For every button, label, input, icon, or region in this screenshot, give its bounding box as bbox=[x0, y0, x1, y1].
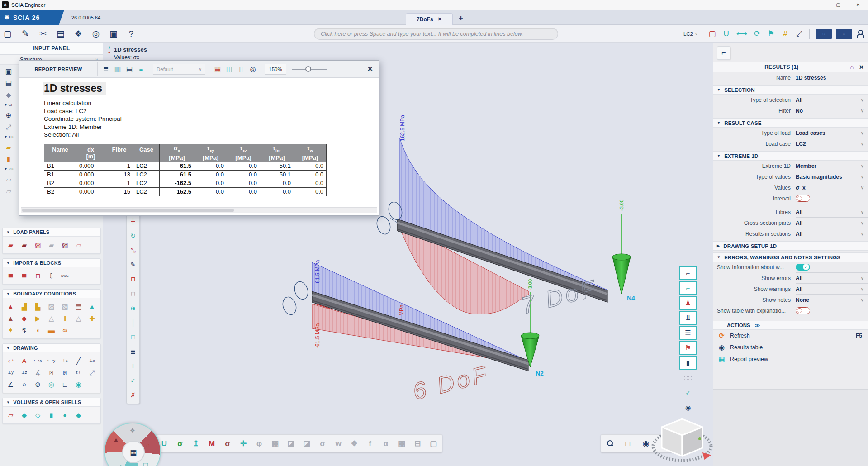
result-beam-section-icon[interactable]: ⌐ bbox=[679, 266, 697, 280]
report-export-icon[interactable]: ≡ bbox=[136, 64, 147, 75]
report-hscrollbar[interactable] bbox=[21, 207, 377, 213]
dim-level-icon[interactable]: z⊤ bbox=[72, 367, 85, 378]
coord-z-icon[interactable]: ⊥z bbox=[18, 367, 30, 378]
property-value[interactable]: No bbox=[796, 108, 861, 114]
grid-dots-icon[interactable]: ∷∷ bbox=[679, 371, 697, 385]
report-close-icon[interactable]: ✕ bbox=[367, 65, 373, 73]
report-page-icon[interactable]: ▯ bbox=[236, 64, 247, 75]
property-value[interactable]: Load cases bbox=[796, 130, 861, 136]
navigation-cube[interactable] bbox=[648, 413, 713, 466]
new-project-icon[interactable]: ▢ bbox=[4, 29, 12, 38]
property-value[interactable]: All bbox=[796, 97, 861, 103]
rotate-member-icon[interactable]: ↻ bbox=[128, 228, 138, 243]
wheel-arch-icon[interactable]: ∩ bbox=[146, 442, 150, 448]
action-report-preview[interactable]: ▦Report preview bbox=[713, 353, 868, 365]
model-cube-icon[interactable]: ❖ bbox=[74, 29, 82, 38]
regenerate-icon[interactable]: ⟳ bbox=[753, 30, 761, 38]
chevron-down-icon[interactable]: ∨ bbox=[861, 163, 864, 168]
view-cube-icon[interactable]: □ bbox=[624, 440, 632, 447]
property-value[interactable]: LC2 bbox=[796, 141, 861, 147]
print-icon[interactable]: ▤ bbox=[57, 29, 65, 38]
panel-close-icon[interactable]: ✕ bbox=[859, 64, 864, 71]
volume-prism-icon[interactable]: ▮ bbox=[45, 409, 57, 420]
property-value[interactable]: All bbox=[796, 286, 861, 292]
select-area-icon[interactable]: □ bbox=[128, 330, 138, 344]
plate-icon[interactable]: ▱ bbox=[5, 176, 13, 183]
property-value[interactable]: All bbox=[796, 220, 861, 226]
support-gray3-icon[interactable]: △ bbox=[45, 313, 57, 323]
command-search-input[interactable]: Click here or press Space and type your … bbox=[314, 28, 558, 40]
action-results-table[interactable]: ◉Results table bbox=[713, 342, 868, 353]
property-group-selection[interactable]: ▼SELECTION bbox=[713, 85, 868, 95]
property-value[interactable]: All bbox=[796, 275, 861, 281]
accept-icon[interactable]: ✓ bbox=[128, 373, 138, 388]
support-double-icon[interactable]: ▙ bbox=[32, 301, 44, 312]
result-sigma-gray-icon[interactable]: σ bbox=[318, 440, 327, 447]
support-spring-icon[interactable]: ↯ bbox=[18, 324, 30, 335]
select-region-icon[interactable]: ▢ bbox=[708, 30, 716, 38]
support-gray2-icon[interactable]: ▧ bbox=[59, 301, 71, 312]
pin-home-icon[interactable]: ⌂ bbox=[850, 63, 854, 71]
line-diag-icon[interactable]: ╱ bbox=[72, 355, 85, 366]
dim-y-icon[interactable]: ⟷y bbox=[45, 355, 57, 366]
library-icon[interactable]: ▣ bbox=[109, 29, 118, 38]
report-print-icon[interactable]: ▤ bbox=[124, 64, 135, 75]
chevron-down-icon[interactable]: ∨ bbox=[861, 185, 864, 190]
import-dwg-icon[interactable]: DWG bbox=[59, 270, 71, 281]
scrollbar-thumb[interactable] bbox=[22, 209, 234, 212]
property-value[interactable]: Basic magnitudes bbox=[796, 174, 861, 180]
circle-diag-icon[interactable]: ⊘ bbox=[32, 379, 44, 390]
chevron-down-icon[interactable]: ∨ bbox=[861, 276, 864, 281]
dim-line-icon[interactable]: ⤢ bbox=[5, 124, 13, 130]
text-note-icon[interactable]: I bbox=[128, 359, 138, 373]
hinge-icon[interactable]: ▶ bbox=[32, 313, 44, 323]
measure-icon[interactable]: ⟷ bbox=[736, 30, 747, 38]
circle-icon[interactable]: ○ bbox=[18, 379, 30, 390]
property-group-result-case[interactable]: ▼RESULT CASE bbox=[713, 118, 868, 128]
support-gray1-icon[interactable]: ▨ bbox=[45, 301, 57, 312]
load-panel-ribs2-icon[interactable]: ▨ bbox=[59, 239, 71, 250]
property-value[interactable]: All bbox=[796, 209, 861, 215]
section-header[interactable]: ▼LOAD PANELS bbox=[3, 228, 100, 237]
import-frame-list-icon[interactable]: ≣ bbox=[5, 270, 17, 281]
report-preview-header[interactable]: REPORT PREVIEW ≣▥▤≡ Default∨ ▦◫▯◎ 150% ✕ bbox=[19, 61, 379, 78]
hinge-side-icon[interactable]: ◖ bbox=[32, 324, 44, 335]
copy-multi-icon[interactable]: ≋ bbox=[128, 301, 138, 315]
help-chat-icon[interactable]: ? bbox=[127, 29, 135, 38]
result-deform-total-icon[interactable]: U bbox=[160, 440, 168, 447]
dim-ext-y-icon[interactable]: |y| bbox=[59, 367, 71, 378]
undo-zoom-icon[interactable]: U bbox=[722, 30, 730, 38]
chevron-down-icon[interactable]: ∨ bbox=[861, 174, 864, 179]
dim-ext-x-icon[interactable]: |x| bbox=[45, 367, 57, 378]
load-panel-flat-icon[interactable]: ▰ bbox=[45, 239, 57, 250]
result-person-icon[interactable]: ♟ bbox=[679, 296, 697, 310]
lock-grid-icon[interactable]: # bbox=[781, 30, 789, 38]
tab-close-icon[interactable]: ✕ bbox=[438, 16, 442, 22]
support-posts-icon[interactable]: ‖ bbox=[59, 313, 71, 323]
support-gray4-icon[interactable]: △ bbox=[72, 313, 85, 323]
select-check-icon[interactable]: ✓ bbox=[679, 385, 697, 399]
support-fixed-icon[interactable]: ▲ bbox=[5, 301, 17, 312]
property-value[interactable]: 1D stresses bbox=[796, 75, 868, 81]
angle-icon[interactable]: ∠ bbox=[5, 379, 17, 390]
import-box-icon[interactable]: ⇩ bbox=[45, 270, 57, 281]
result-3d-stress-icon[interactable]: ▦ bbox=[271, 440, 279, 447]
toggle-off[interactable] bbox=[796, 195, 810, 202]
load-panel-trapezoid-icon[interactable]: ▰ bbox=[18, 239, 30, 250]
move-node-icon[interactable]: ┼ bbox=[128, 315, 138, 330]
import-frame-user-icon[interactable]: ≣ bbox=[18, 270, 30, 281]
shell-dotted-icon[interactable]: ◆ bbox=[72, 409, 85, 420]
close-button[interactable]: ✕ bbox=[848, 0, 868, 10]
chevron-down-icon[interactable]: ∨ bbox=[861, 108, 864, 113]
workstation-structure-icon[interactable]: ▣ bbox=[5, 68, 13, 75]
report-style-icon[interactable]: ▦ bbox=[212, 64, 223, 75]
result-stress-icon[interactable]: σ bbox=[176, 440, 184, 447]
chevron-down-icon[interactable]: ∨ bbox=[861, 130, 864, 135]
tag-icon[interactable]: ◆ bbox=[5, 91, 13, 98]
wheel-model-icon[interactable]: ▲ bbox=[113, 436, 119, 443]
report-zoom-slider[interactable] bbox=[290, 64, 329, 75]
tab-7dofs[interactable]: 7DoFs ✕ bbox=[406, 13, 453, 25]
toggle-off[interactable] bbox=[796, 307, 810, 314]
workstation-loads-icon[interactable]: ▤ bbox=[5, 80, 13, 86]
result-reactions-icon[interactable]: ↥ bbox=[192, 440, 200, 447]
